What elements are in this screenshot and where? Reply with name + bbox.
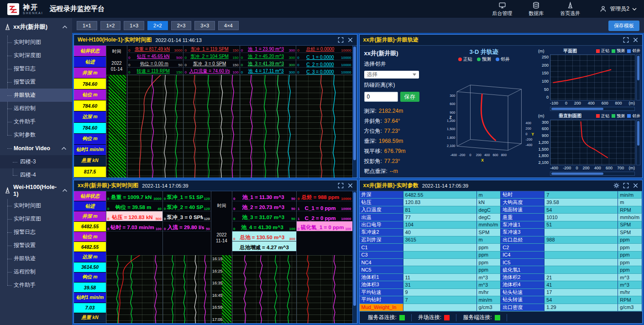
chart-track-drilling: 0悬重 = 1009.7 kN3000 0钩位 = 39.58 m40 0钻压 …: [106, 191, 162, 323]
param-label: 平均钻时: [360, 296, 403, 304]
panel-header: xx井(新井眼)-井眼轨迹: [360, 35, 643, 46]
param-cell: 钻井状态: [74, 46, 106, 57]
param-column: 钻井状态 钻进 井深 m 6482.55 钻位 m 6482.55 达深 m: [74, 191, 106, 323]
axis-z-label: Z: [449, 115, 451, 120]
close-icon[interactable]: [347, 37, 353, 43]
close-icon[interactable]: [633, 183, 639, 189]
nav-home-well-select[interactable]: 首页选井: [560, 1, 580, 17]
section-vertical-scrollbar[interactable]: [636, 120, 640, 166]
sidebar-group-well1[interactable]: xx井(新井眼): [0, 18, 72, 36]
param-value: 40: [403, 229, 477, 236]
nav-database[interactable]: 数据库: [529, 1, 544, 17]
connection-status-bar: 服务器连接: 井场连接: 服务端连接:: [360, 311, 643, 323]
table-row: 池体积3 31 m^3 池体积4 41 m^3: [360, 281, 643, 288]
sidebar-item[interactable]: 实时时间图: [0, 199, 72, 212]
section-horizontal-scrollbar[interactable]: [550, 172, 635, 176]
param-label: Mud_Weight_In: [360, 304, 403, 311]
sidebar-item[interactable]: 远程控制: [0, 265, 72, 278]
sidebar-item-monitor-video[interactable]: Monitor Video: [0, 142, 72, 155]
param-unit: g/cm3: [618, 304, 642, 311]
status-label: 服务端连接:: [463, 314, 492, 321]
time-tick: 16:55: [212, 305, 231, 309]
vertical-scrollbar[interactable]: [352, 191, 357, 323]
layout-button[interactable]: 1×2: [100, 21, 121, 30]
sidebar-item[interactable]: 报警设置: [0, 75, 72, 89]
param-label: 泵冲速3: [501, 229, 545, 236]
param-value: 7: [545, 191, 618, 199]
nav-backend-management[interactable]: 后台管理: [492, 1, 512, 17]
layout-button[interactable]: 1×1: [77, 21, 97, 30]
svg-text:400: 400: [525, 121, 531, 125]
panel-well-trajectory: xx井(新井眼)-井眼轨迹 xx井(新井眼) 选择邻井 选择 防碰距离(米): [359, 34, 643, 178]
layout-button[interactable]: 4×4: [218, 21, 239, 30]
legend-item: 正钻: [458, 56, 472, 63]
expand-icon[interactable]: [623, 183, 629, 189]
expand-icon[interactable]: [338, 37, 344, 43]
sidebar-group-well2[interactable]: Wei-H100(Hole-1): [0, 182, 72, 199]
layout-button[interactable]: 3×3: [194, 21, 215, 30]
trajectory-body: xx井(新井眼) 选择邻井 选择 防碰距离(米) 保存: [360, 46, 643, 178]
sidebar-item-video[interactable]: 四楼-4: [0, 168, 72, 182]
curve-label: 0池_3 = 31.07 m^350: [232, 211, 296, 221]
time-tick: 16:25: [212, 269, 231, 273]
table-row: C3 ppm IC4 ppm: [360, 252, 643, 259]
sidebar-item[interactable]: 实时时间图: [0, 36, 72, 49]
param-unit: m/hr: [477, 289, 501, 296]
trajectory-stat: 方位角:77.23°: [364, 126, 429, 136]
sidebar-item[interactable]: 文件助手: [0, 115, 72, 128]
track-traces: [106, 255, 162, 323]
layout-button[interactable]: 2×2: [147, 21, 168, 30]
sidebar-item[interactable]: 文件助手: [0, 278, 72, 292]
trajectory-stat: 投影角:77.23°: [364, 157, 429, 166]
sidebar-group-label: xx井(新井眼): [13, 23, 47, 31]
time-tick: 16:35: [212, 281, 231, 285]
param-label: 迟到井深: [360, 236, 403, 244]
svg-text:1,800: 1,800: [447, 136, 455, 140]
plan-horizontal-scrollbar[interactable]: [550, 107, 635, 111]
sidebar-item[interactable]: 实时参数: [0, 128, 72, 142]
sidebar-item[interactable]: 报警日志: [0, 62, 72, 75]
save-template-button[interactable]: 保存模板: [608, 21, 639, 31]
layout-button[interactable]: 1×3: [124, 21, 144, 30]
plan-vertical-scrollbar[interactable]: [636, 54, 640, 100]
param-unit: ppm: [618, 236, 642, 244]
distance-input[interactable]: [364, 92, 398, 102]
expand-icon[interactable]: [338, 183, 344, 189]
sidebar-item[interactable]: 实时深度图: [0, 49, 72, 62]
param-value: 77: [403, 214, 477, 221]
layout-button[interactable]: 2×3: [171, 21, 192, 30]
user-menu[interactable]: 管理员2: [599, 5, 637, 13]
sidebar-item[interactable]: 井眼轨迹: [0, 252, 72, 265]
time-year: 2022: [216, 232, 226, 238]
derrick-icon: [5, 187, 10, 194]
svg-text:-200: -200: [458, 153, 465, 157]
param-value: [545, 266, 618, 273]
close-icon[interactable]: [347, 183, 353, 189]
sidebar-item[interactable]: 报警设置: [0, 239, 72, 252]
param-unit: g/cm3: [477, 304, 501, 311]
expand-icon[interactable]: [623, 37, 629, 43]
close-icon[interactable]: [633, 37, 639, 43]
sidebar-item[interactable]: 井眼轨迹: [0, 89, 72, 102]
plot3d-title: 3-D 井轨迹: [469, 48, 498, 56]
sidebar-item[interactable]: 实时深度图: [0, 212, 72, 225]
param-label: 泵冲速1: [501, 221, 545, 229]
param-cell: 钻时1 min/m: [74, 145, 106, 156]
sidebar-item[interactable]: 报警日志: [0, 225, 72, 239]
neighbor-select[interactable]: 选择: [364, 71, 419, 79]
vertical-scrollbar[interactable]: [352, 46, 357, 178]
param-value: 6482.55: [403, 191, 477, 199]
sidebar-item-video[interactable]: 四楼-3: [0, 155, 72, 168]
param-value: [403, 244, 477, 251]
sidebar-item[interactable]: 远程控制: [0, 102, 72, 115]
database-icon: [532, 1, 540, 9]
params-table: 井深 6482.55 m 钻时 7 min/m 钻压 120.83 kN: [360, 191, 643, 311]
param-cell: 6482.55: [74, 242, 106, 252]
monitor-video-label: Monitor Video: [14, 145, 50, 152]
save-button[interactable]: 保存: [400, 92, 419, 102]
param-label: 出口密度: [501, 304, 545, 311]
status-item: 服务器连接:: [361, 314, 412, 321]
gear-icon[interactable]: [613, 183, 619, 189]
curve-label: 0泵冲_2 = 104 SPM150: [183, 53, 239, 60]
trajectory-stat: 靶点垂深:--m: [364, 167, 429, 176]
